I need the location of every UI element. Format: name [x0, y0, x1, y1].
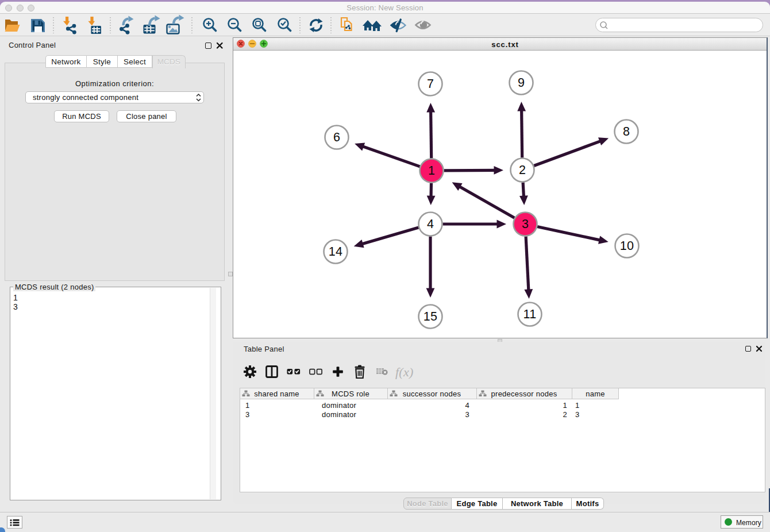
svg-text:f(x): f(x)	[395, 365, 414, 379]
svg-text:8: 8	[623, 125, 630, 138]
svg-text:2: 2	[519, 163, 526, 177]
svg-text:3: 3	[522, 217, 529, 231]
svg-text:10: 10	[620, 239, 634, 253]
svg-text:11: 11	[523, 307, 537, 321]
svg-text:7: 7	[427, 77, 434, 91]
svg-text:9: 9	[518, 76, 525, 90]
svg-text:1: 1	[428, 164, 435, 178]
svg-text:6: 6	[333, 130, 340, 144]
svg-text:14: 14	[329, 245, 342, 259]
svg-text:15: 15	[424, 310, 437, 323]
svg-text:4: 4	[427, 217, 434, 231]
